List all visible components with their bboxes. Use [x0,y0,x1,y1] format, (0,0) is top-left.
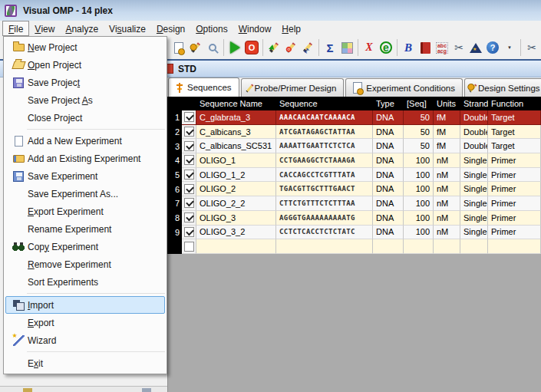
menubar-item-help[interactable]: Help [276,21,306,36]
cell-function[interactable]: Target [488,139,541,153]
row-checkbox[interactable] [184,212,194,222]
row-checkbox-cell[interactable] [182,110,196,125]
menu-item-rename-experiment[interactable]: Rename Experiment [5,220,165,238]
table-row[interactable]: 6 OLIGO_2 TGACGTTGCTTTGAACT DNA 100 nM S… [167,182,541,196]
cell-sequence[interactable]: AGGGTGAAAAAAAAATG [276,211,373,226]
column-header-units[interactable]: Units [434,99,460,108]
bold-b-icon[interactable]: B [401,38,416,57]
cell-function[interactable]: Primer [488,182,541,196]
cell-function[interactable]: Target [488,125,541,140]
menu-item-add-a-new-experiment[interactable]: Add a New Experiment [5,132,165,150]
column-header-strand[interactable]: Strand [460,99,488,108]
table-row[interactable] [167,239,541,254]
cell-units[interactable]: nM [434,168,460,183]
cell-concentration[interactable]: 50 [404,139,434,153]
menubar-item-analyze[interactable]: Analyze [60,21,104,36]
table-row[interactable]: 1 C_glabrata_3 AAACAACAATCAAAACA DNA 50 … [167,110,541,125]
row-checkbox[interactable] [184,170,194,180]
table-row[interactable]: 5 OLIGO_1_2 CACCAGCCTCGTTTATA DNA 100 nM… [167,168,541,183]
cell-type[interactable]: DNA [373,196,404,211]
cell-concentration[interactable]: 100 [404,153,434,168]
tab-probe-primer-design[interactable]: Probe/Primer Design [241,78,345,97]
column-header-sequencename[interactable]: Sequence Name [196,99,276,108]
row-checkbox[interactable] [184,242,194,252]
table-row[interactable]: 3 C_albicans_SC531 AAAATTGAATTCTCTCA DNA… [167,139,541,153]
row-checkbox-cell[interactable] [182,168,196,183]
table-row[interactable]: 9 OLIGO_3_2 CCTCTCACCTCTCTATC DNA 100 nM… [167,226,541,240]
cell-sequence-name[interactable]: OLIGO_1 [196,153,276,168]
cell-concentration[interactable] [404,239,434,254]
column-header-type[interactable]: Type [373,99,404,108]
column-header-function[interactable]: Function [488,99,541,108]
cell-type[interactable] [373,239,404,254]
menu-item-add-an-existing-experiment[interactable]: Add an Existing Experiment [5,150,165,167]
dropdown-arrow-icon[interactable]: ▼ [502,38,517,57]
cell-concentration[interactable]: 50 [404,110,434,125]
cell-concentration[interactable]: 100 [404,196,434,211]
cell-sequence-name[interactable]: OLIGO_3_2 [196,226,276,240]
pencil-stop-icon[interactable] [283,38,299,57]
book-icon[interactable] [417,38,433,57]
search-icon[interactable] [205,38,220,57]
table-row[interactable]: 7 OLIGO_2_2 CTTCTGTTTCTCTTTAA DNA 100 nM… [167,196,541,211]
triangle-stars-icon[interactable] [468,38,483,57]
menu-item-save-experiment[interactable]: Save Experiment [5,167,165,185]
cell-sequence-name[interactable]: OLIGO_1_2 [196,168,276,183]
cell-sequence-name[interactable]: OLIGO_2 [196,182,276,196]
menu-item-new-project[interactable]: New Project [5,38,165,56]
cell-strand[interactable] [460,239,488,254]
menubar-item-file[interactable]: File [2,21,29,36]
cell-sequence[interactable]: AAACAACAATCAAAACA [276,110,373,125]
cell-strand[interactable]: Single [460,168,488,183]
cell-sequence[interactable]: TGACGTTGCTTTGAACT [276,182,373,196]
cell-sequence[interactable] [276,239,373,254]
menubar-item-visualize[interactable]: Visualize [104,21,151,36]
cell-concentration[interactable]: 50 [404,125,434,140]
cell-concentration[interactable]: 100 [404,182,434,196]
cell-sequence[interactable]: CACCAGCCTCGTTTATA [276,168,373,183]
row-checkbox-cell[interactable] [182,226,196,240]
menu-item-export[interactable]: Export [5,314,165,331]
mosaic-grid-icon[interactable] [339,38,355,57]
menu-item-copy-experiment[interactable]: Copy Experiment [5,238,165,255]
menu-item-save-project-as[interactable]: Save Project As [5,91,165,109]
help-icon[interactable]: ? [485,38,500,57]
cell-sequence-name[interactable] [196,239,276,254]
menu-item-save-experiment-as[interactable]: Save Experiment As... [5,185,165,203]
cell-type[interactable]: DNA [373,168,404,183]
menu-item-open-project[interactable]: Open Project [5,56,165,74]
run-icon[interactable] [227,38,242,57]
cell-sequence[interactable]: ATCGATAGAGCTATTAA [276,125,373,140]
menu-item-sort-experiments[interactable]: Sort Experiments [5,273,165,291]
row-checkbox[interactable] [184,184,194,194]
cell-strand[interactable]: Single [460,226,488,240]
row-checkbox[interactable] [184,227,194,237]
cell-strand[interactable]: Double [460,139,488,153]
cell-function[interactable]: Primer [488,196,541,211]
cell-function[interactable]: Primer [488,226,541,240]
cell-sequence[interactable]: AAAATTGAATTCTCTCA [276,139,373,153]
pencil-gear-icon[interactable] [188,38,203,57]
row-checkbox[interactable] [184,112,194,122]
column-header-seq[interactable]: [Seq] [404,99,434,108]
menu-item-save-project[interactable]: Save Project [5,74,165,91]
cell-strand[interactable]: Single [460,153,488,168]
row-checkbox-cell[interactable] [182,239,196,254]
menu-item-export-experiment[interactable]: Export Experiment [5,203,165,220]
tab-design-settings[interactable]: Design Settings [464,78,541,97]
cell-type[interactable]: DNA [373,139,404,153]
row-checkbox-cell[interactable] [182,182,196,196]
cell-concentration[interactable]: 100 [404,211,434,226]
row-checkbox-cell[interactable] [182,211,196,226]
cell-sequence-name[interactable]: C_glabrata_3 [196,110,276,125]
table-row[interactable]: 2 C_albicans_3 ATCGATAGAGCTATTAA DNA 50 … [167,125,541,140]
cut-icon[interactable]: ✂ [524,38,539,57]
menubar-item-window[interactable]: Window [233,21,277,36]
cell-sequence[interactable]: CCTGAAGGCTCTAAAGA [276,153,373,168]
cell-units[interactable]: nM [434,211,460,226]
menubar-item-design[interactable]: Design [151,21,190,36]
row-checkbox[interactable] [184,155,194,165]
cell-type[interactable]: DNA [373,125,404,140]
cell-units[interactable]: fM [434,125,460,140]
cell-strand[interactable]: Single [460,182,488,196]
